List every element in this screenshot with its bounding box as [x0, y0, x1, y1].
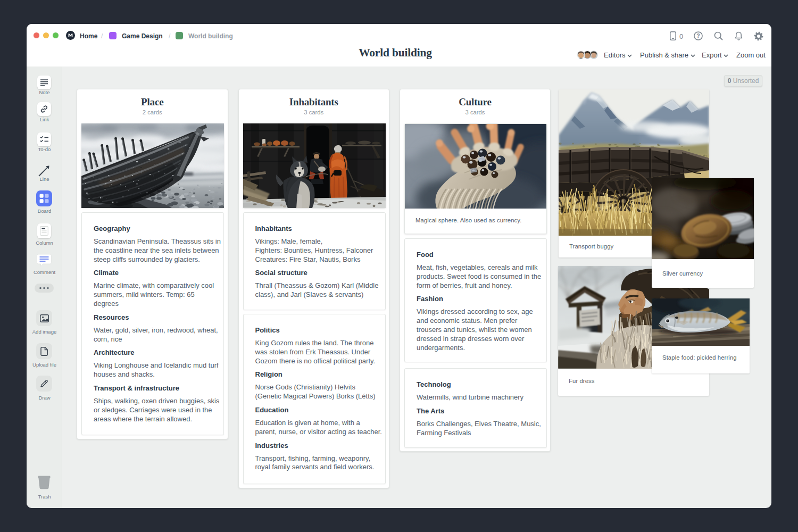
svg-text:?: ?	[696, 32, 700, 39]
